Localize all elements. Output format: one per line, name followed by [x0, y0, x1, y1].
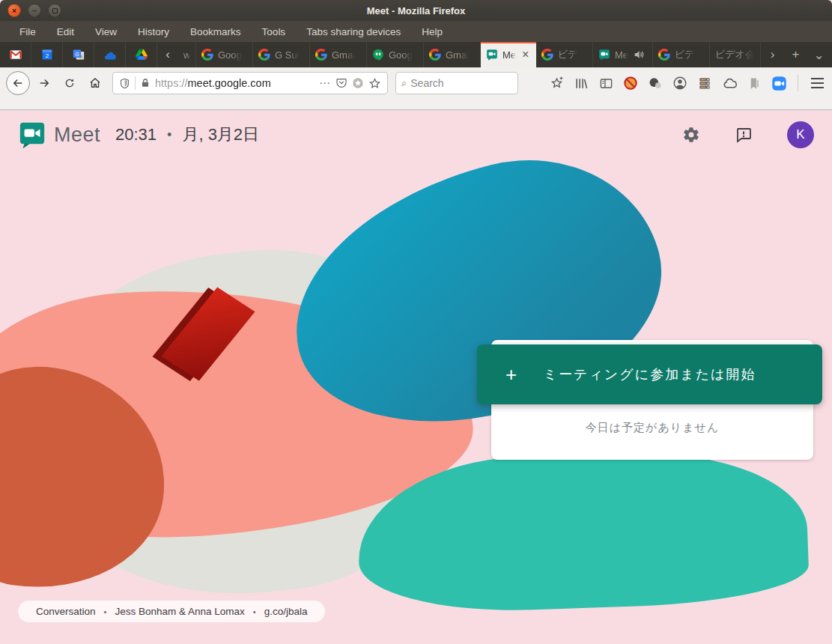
pinned-tab-translate[interactable]	[63, 42, 94, 67]
translate-icon	[73, 49, 85, 61]
menu-file[interactable]: File	[9, 23, 46, 40]
window-titlebar: × − Meet - Mozilla Firefox	[0, 0, 832, 21]
lock-icon[interactable]	[140, 78, 151, 88]
menu-view[interactable]: View	[85, 23, 127, 40]
calendar-icon	[41, 49, 53, 61]
library-icon[interactable]	[572, 74, 590, 92]
browser-tab[interactable]: Me	[593, 42, 653, 67]
browser-tab[interactable]: Gmai	[310, 42, 367, 67]
browser-tab[interactable]: ビデ	[653, 42, 710, 67]
feedback-icon[interactable]	[735, 126, 753, 144]
google-g-icon	[541, 49, 553, 61]
pinned-tab-drive[interactable]	[126, 42, 157, 67]
menu-history[interactable]: History	[127, 23, 180, 40]
account-icon[interactable]	[671, 74, 689, 92]
menu-tabs-sharing-devices[interactable]: Tabs sharing devices	[296, 23, 411, 40]
spheres-icon[interactable]	[646, 74, 664, 92]
google-g-icon	[429, 49, 441, 61]
gmail-icon	[10, 49, 22, 61]
navigation-toolbar: https://meet.google.com ⋯ ⌕	[0, 67, 832, 99]
pinned-tab-onedrive[interactable]	[94, 42, 126, 67]
home-button[interactable]	[84, 72, 106, 94]
window-minimize-button[interactable]: −	[28, 4, 41, 17]
scroll-tabs-left-button[interactable]: ‹	[157, 42, 178, 67]
attribution-link[interactable]: g.co/jbala	[264, 606, 308, 617]
browser-tab[interactable]: G Sui	[253, 42, 310, 67]
pinned-tab-calendar[interactable]	[31, 42, 63, 67]
artwork-attribution-chip: Conversation • Jess Bonham & Anna Lomax …	[18, 601, 325, 622]
background-red-slab	[172, 282, 255, 380]
list-all-tabs-button[interactable]: ⌄	[807, 42, 831, 67]
browser-tab[interactable]: Goog	[196, 42, 253, 67]
reload-button[interactable]	[58, 72, 81, 94]
window-close-button[interactable]: ×	[7, 4, 21, 17]
join-or-start-meeting-button[interactable]: + ミーティングに参加または開始	[477, 344, 822, 404]
google-g-icon	[315, 49, 327, 61]
menu-tools[interactable]: Tools	[252, 23, 297, 40]
page-actions-icon[interactable]: ⋯	[319, 76, 331, 90]
clock: 20:31	[115, 125, 157, 145]
google-g-icon	[258, 49, 270, 61]
meet-icon	[486, 49, 498, 61]
menu-icon[interactable]	[808, 74, 826, 92]
flag-icon[interactable]	[745, 74, 763, 92]
starred-badge-icon[interactable]	[352, 77, 364, 89]
meet-header: Meet 20:31 • 月, 3月2日 K	[0, 110, 832, 160]
tab-close-icon[interactable]: ×	[522, 48, 529, 61]
google-g-icon	[658, 49, 670, 61]
menubar: File Edit View History Bookmarks Tools T…	[0, 21, 832, 42]
hangouts-icon	[372, 49, 384, 61]
browser-tab[interactable]: Goog	[367, 42, 424, 67]
menu-help[interactable]: Help	[411, 23, 453, 40]
server-icon[interactable]	[696, 74, 714, 92]
tab-bar: ‹ w Goog G Sui Gmai Goog Gmai Me × ビデ Me…	[0, 42, 832, 67]
url-bar[interactable]: https://meet.google.com ⋯	[112, 72, 388, 94]
tab-audio-icon[interactable]	[633, 49, 645, 61]
back-button[interactable]	[6, 71, 30, 95]
meet-logo-icon	[18, 121, 46, 149]
browser-tab[interactable]: ビデオ会	[710, 42, 761, 67]
menu-bookmarks[interactable]: Bookmarks	[180, 23, 252, 40]
browser-tab-active-meet[interactable]: Me ×	[481, 42, 536, 67]
meet-page: Meet 20:31 • 月, 3月2日 K 今日は予定がありません + ミーテ…	[0, 110, 832, 643]
bookmarks-strip	[0, 99, 832, 110]
browser-tab[interactable]: w	[178, 42, 196, 67]
menu-edit[interactable]: Edit	[46, 23, 85, 40]
onedrive-icon	[104, 49, 116, 61]
empty-schedule-text: 今日は予定がありません	[491, 421, 813, 435]
pocket-icon[interactable]	[335, 77, 347, 89]
search-input[interactable]	[410, 77, 493, 89]
scroll-tabs-right-button[interactable]: ›	[761, 42, 784, 67]
zoom-icon[interactable]	[770, 74, 788, 92]
adblock-icon[interactable]	[622, 74, 640, 92]
google-g-icon	[201, 49, 213, 61]
search-bar[interactable]: ⌕	[395, 72, 518, 94]
tracking-protection-shield-icon[interactable]	[119, 78, 130, 89]
window-maximize-button[interactable]	[48, 4, 61, 17]
bookmark-star-icon[interactable]	[547, 74, 565, 92]
search-icon: ⌕	[401, 77, 407, 89]
meet-brand: Meet	[54, 124, 100, 147]
account-avatar[interactable]: K	[787, 121, 814, 148]
date: 月, 3月2日	[182, 124, 259, 146]
drive-icon	[136, 49, 148, 61]
pinned-tab-gmail[interactable]	[0, 42, 31, 67]
window-title: Meet - Mozilla Firefox	[0, 5, 832, 16]
new-tab-button[interactable]: +	[784, 42, 807, 67]
settings-gear-icon[interactable]	[682, 126, 700, 144]
forward-button[interactable]	[33, 72, 55, 94]
plus-icon: +	[505, 363, 517, 386]
meet-icon	[598, 49, 610, 61]
bookmark-star-outline-icon[interactable]	[368, 77, 381, 90]
browser-tab[interactable]: Gmai	[424, 42, 481, 67]
cloud-icon[interactable]	[720, 74, 738, 92]
url-text[interactable]: https://meet.google.com	[155, 77, 302, 89]
sidebar-icon[interactable]	[597, 74, 615, 92]
browser-tab[interactable]: ビデ	[536, 42, 593, 67]
